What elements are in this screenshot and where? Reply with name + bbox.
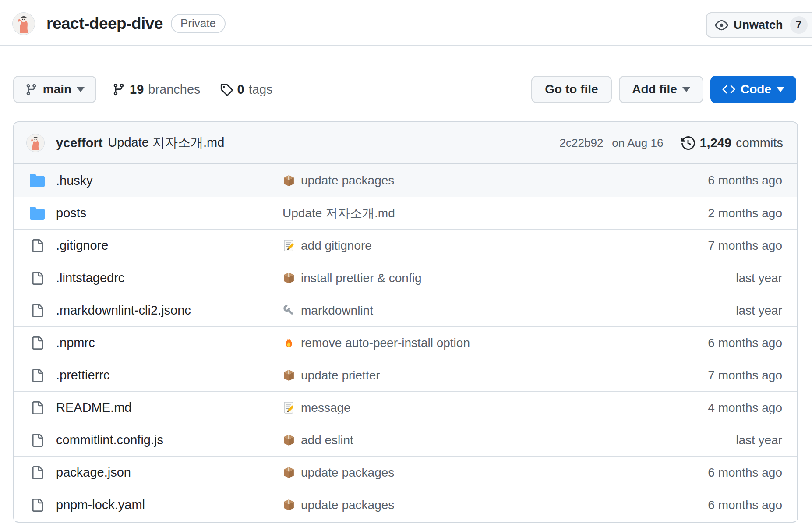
tags-link[interactable]: 0 tags	[220, 82, 273, 97]
add-file-button[interactable]: Add file	[619, 76, 703, 103]
unwatch-button[interactable]: Unwatch 7	[706, 12, 812, 38]
file-name-link[interactable]: .gitignore	[56, 238, 108, 253]
chevron-down-icon	[777, 87, 784, 92]
code-button-label: Code	[741, 82, 771, 96]
file-name-link[interactable]: commitlint.config.js	[56, 433, 163, 447]
unwatch-label: Unwatch	[734, 18, 783, 32]
row-commit-message[interactable]: update packages	[301, 498, 394, 512]
file-icon	[30, 304, 45, 317]
file-name-link[interactable]: .lintstagedrc	[56, 271, 124, 285]
row-commit-message[interactable]: remove auto-peer-install option	[301, 336, 470, 350]
commit-age: 2 months ago	[708, 206, 782, 220]
file-table: yceffort Update 저자소개.md 2c22b92 on Aug 1…	[13, 121, 798, 523]
file-name-cell: .lintstagedrc	[30, 271, 282, 285]
file-icon	[30, 239, 45, 252]
file-name-link[interactable]: .prettierrc	[56, 368, 109, 382]
git-branch-icon	[25, 83, 38, 96]
row-commit-message[interactable]: markdownlint	[301, 304, 373, 318]
commit-message-cell: install prettier & config	[282, 271, 736, 285]
file-name-link[interactable]: .husky	[56, 173, 93, 188]
row-commit-message[interactable]: update packages	[301, 173, 394, 188]
commits-history-link[interactable]: 1,249 commits	[681, 136, 783, 150]
commit-age: 6 months ago	[708, 498, 782, 512]
table-row[interactable]: posts Update 저자소개.md 2 months ago	[14, 197, 797, 229]
row-commit-message[interactable]: Update 저자소개.md	[282, 205, 395, 222]
commit-age: 6 months ago	[708, 466, 782, 480]
file-name-cell: .prettierrc	[30, 368, 282, 382]
file-icon	[30, 434, 45, 447]
visibility-badge: Private	[171, 14, 226, 33]
commit-age: 7 months ago	[708, 239, 782, 253]
package-icon	[282, 272, 296, 284]
tag-icon	[220, 83, 233, 96]
commit-age: 7 months ago	[708, 368, 782, 382]
code-button[interactable]: Code	[710, 76, 796, 103]
table-row[interactable]: pnpm-lock.yaml update packages 6 months …	[14, 489, 797, 521]
table-row[interactable]: .npmrc remove auto-peer-install option 6…	[14, 326, 797, 359]
chevron-down-icon	[682, 87, 690, 92]
row-commit-message[interactable]: install prettier & config	[301, 271, 421, 285]
file-name-cell: posts	[30, 206, 282, 221]
table-row[interactable]: .markdownlint-cli2.jsonc markdownlint la…	[14, 294, 797, 326]
folder-icon	[30, 173, 45, 188]
commit-age: 6 months ago	[708, 173, 782, 188]
commit-message-cell: update packages	[282, 498, 708, 512]
repo-header: react-deep-dive Private	[12, 10, 812, 38]
commits-count: 1,249	[699, 136, 731, 150]
repo-stats: 19 branches 0 tags	[112, 82, 273, 97]
folder-icon	[30, 206, 45, 221]
repo-owner-avatar[interactable]	[12, 12, 35, 35]
table-row[interactable]: .lintstagedrc install prettier & config …	[14, 262, 797, 294]
file-name-link[interactable]: pnpm-lock.yaml	[56, 498, 145, 512]
package-icon	[282, 434, 296, 446]
table-row[interactable]: package.json update packages 6 months ag…	[14, 456, 797, 489]
branch-selector-button[interactable]: main	[13, 76, 96, 103]
commit-age: last year	[736, 271, 782, 285]
file-name-cell: .gitignore	[30, 238, 282, 253]
tags-label: tags	[249, 82, 273, 97]
history-icon	[681, 136, 695, 150]
file-name-cell: pnpm-lock.yaml	[30, 498, 282, 512]
table-row[interactable]: .husky update packages 6 months ago	[14, 164, 797, 197]
commit-sha[interactable]: 2c22b92	[560, 136, 604, 150]
package-icon	[282, 369, 296, 382]
file-icon	[30, 466, 45, 479]
row-commit-message[interactable]: add gitignore	[301, 239, 372, 253]
repo-toolbar: main 19 branches 0 tags Go to file Add f…	[13, 76, 796, 103]
go-to-file-button[interactable]: Go to file	[531, 76, 612, 103]
latest-commit-message[interactable]: Update 저자소개.md	[108, 134, 224, 152]
file-name-link[interactable]: .markdownlint-cli2.jsonc	[56, 303, 191, 318]
file-rows: .husky update packages 6 months ago post…	[14, 164, 797, 521]
file-name-cell: .husky	[30, 173, 282, 188]
branches-link[interactable]: 19 branches	[112, 82, 201, 97]
page-title[interactable]: react-deep-dive	[46, 14, 163, 33]
commit-author[interactable]: yceffort	[56, 136, 102, 150]
git-branch-icon	[112, 83, 125, 96]
commit-message-cell: Update 저자소개.md	[282, 205, 708, 222]
commit-message-cell: markdownlint	[282, 304, 736, 318]
file-icon	[30, 272, 45, 285]
wrench-icon	[282, 304, 296, 317]
file-name-link[interactable]: .npmrc	[56, 336, 95, 350]
file-name-link[interactable]: README.md	[56, 400, 131, 415]
table-row[interactable]: README.md message 4 months ago	[14, 391, 797, 424]
file-name-link[interactable]: package.json	[56, 465, 131, 480]
commit-meta: 2c22b92 on Aug 16 1,249 commits	[560, 136, 783, 150]
row-commit-message[interactable]: add eslint	[301, 433, 353, 447]
file-name-link[interactable]: posts	[56, 206, 86, 220]
row-commit-message[interactable]: update prietter	[301, 368, 380, 382]
table-row[interactable]: commitlint.config.js add eslint last yea…	[14, 424, 797, 456]
commit-message-cell: message	[282, 401, 708, 415]
add-file-label: Add file	[632, 82, 677, 96]
table-row[interactable]: .gitignore add gitignore 7 months ago	[14, 229, 797, 262]
row-commit-message[interactable]: message	[301, 401, 351, 415]
memo-icon	[282, 401, 296, 414]
go-to-file-label: Go to file	[545, 82, 598, 96]
file-icon	[30, 369, 45, 382]
file-name-cell: .markdownlint-cli2.jsonc	[30, 303, 282, 318]
tags-count: 0	[237, 82, 244, 97]
package-icon	[282, 466, 296, 479]
row-commit-message[interactable]: update packages	[301, 466, 394, 480]
commit-author-avatar[interactable]	[26, 134, 45, 152]
table-row[interactable]: .prettierrc update prietter 7 months ago	[14, 359, 797, 391]
